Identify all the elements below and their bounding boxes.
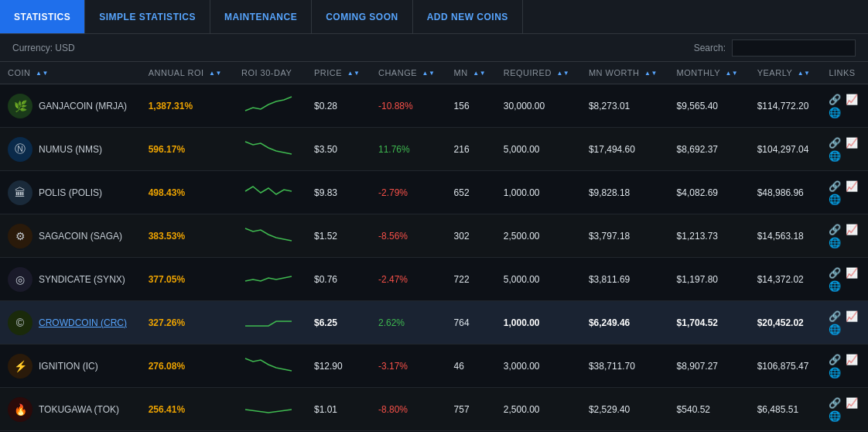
price-ganjacoin: $0.28 <box>306 84 371 128</box>
search-input[interactable] <box>732 39 856 57</box>
roi-30day-crowdcoin <box>234 301 306 345</box>
links-crowdcoin: 🔗 📈 🌐 <box>821 301 868 345</box>
link-icon-chain-sagacoin[interactable]: 🔗 <box>829 224 841 235</box>
links-ganjacoin: 🔗 📈 🌐 <box>821 84 868 128</box>
annual-roi-numus: 596.17% <box>141 128 234 171</box>
change-numus: 11.76% <box>371 128 446 171</box>
col-change[interactable]: CHANGE ▲▼ <box>371 62 446 84</box>
link-icon-chart-polis[interactable]: 📈 <box>846 180 858 192</box>
change-ganjacoin: -10.88% <box>371 84 446 128</box>
link-icon-chain-numus[interactable]: 🔗 <box>829 137 841 149</box>
table-header-row: COIN ▲▼ ANNUAL ROI ▲▼ ROI 30-DAY PRICE ▲… <box>0 62 868 84</box>
link-icon-web-sagacoin[interactable]: 🌐 <box>829 237 841 249</box>
coin-logo-syndicate: ◎ <box>8 267 32 292</box>
link-icon-web-tokugawa[interactable]: 🌐 <box>829 410 841 422</box>
link-icon-web-crowdcoin[interactable]: 🌐 <box>829 324 841 335</box>
coin-name-crowdcoin[interactable]: CROWDCOIN (CRC) <box>39 317 127 328</box>
coin-logo-polis: 🏛 <box>8 180 32 205</box>
table-wrapper: COIN ▲▼ ANNUAL ROI ▲▼ ROI 30-DAY PRICE ▲… <box>0 62 868 431</box>
col-coin[interactable]: COIN ▲▼ <box>0 62 141 84</box>
mn-tokugawa: 757 <box>446 388 496 431</box>
price-ignition: $12.90 <box>306 345 371 388</box>
change-crowdcoin: 2.62% <box>371 301 446 345</box>
tab-simple-statistics[interactable]: SIMPLE STATISTICS <box>85 0 210 33</box>
link-icon-chain-ganjacoin[interactable]: 🔗 <box>829 94 841 105</box>
mn-worth-tokugawa: $2,529.40 <box>581 388 669 431</box>
coin-name-ganjacoin: GANJACOIN (MRJA) <box>39 101 127 111</box>
links-ignition: 🔗 📈 🌐 <box>821 345 868 388</box>
tab-statistics[interactable]: STATISTICS <box>0 0 85 33</box>
col-annual-roi[interactable]: ANNUAL ROI ▲▼ <box>141 62 234 84</box>
monthly-sagacoin: $1,213.73 <box>669 214 750 258</box>
monthly-ganjacoin: $9,565.40 <box>669 84 750 128</box>
required-tokugawa: 2,500.00 <box>496 388 581 431</box>
col-roi-30day: ROI 30-DAY <box>234 62 306 84</box>
search-label: Search: <box>694 43 726 53</box>
change-sagacoin: -8.56% <box>371 214 446 258</box>
coin-logo-numus: Ⓝ <box>8 137 32 162</box>
required-ganjacoin: 30,000.00 <box>496 84 581 128</box>
yearly-crowdcoin: $20,452.02 <box>750 301 822 345</box>
links-polis: 🔗 📈 🌐 <box>821 171 868 214</box>
link-icon-chart-syndicate[interactable]: 📈 <box>846 267 858 279</box>
col-price[interactable]: PRICE ▲▼ <box>306 62 371 84</box>
col-required[interactable]: REQUIRED ▲▼ <box>496 62 581 84</box>
col-monthly[interactable]: MONTHLY ▲▼ <box>669 62 750 84</box>
link-icon-web-ganjacoin[interactable]: 🌐 <box>829 107 841 118</box>
coin-name-syndicate: SYNDICATE (SYNX) <box>39 274 125 285</box>
coin-name-sagacoin: SAGACOIN (SAGA) <box>39 231 122 242</box>
monthly-numus: $8,692.37 <box>669 128 750 171</box>
sparkline-chart <box>241 137 296 159</box>
required-syndicate: 5,000.00 <box>496 258 581 301</box>
sparkline-chart <box>241 224 296 245</box>
coin-cell-syndicate: ◎ SYNDICATE (SYNX) <box>0 258 141 301</box>
link-icon-chart-ganjacoin[interactable]: 📈 <box>846 94 858 105</box>
sparkline-chart <box>241 310 296 332</box>
yearly-numus: $104,297.04 <box>750 128 822 171</box>
col-mn-worth[interactable]: MN WORTH ▲▼ <box>581 62 669 84</box>
link-icon-chart-numus[interactable]: 📈 <box>846 137 858 149</box>
link-icon-web-numus[interactable]: 🌐 <box>829 150 841 162</box>
link-icon-web-polis[interactable]: 🌐 <box>829 194 841 205</box>
link-icon-chain-crowdcoin[interactable]: 🔗 <box>829 310 841 322</box>
roi-30day-syndicate <box>234 258 306 301</box>
mn-worth-sagacoin: $3,797.18 <box>581 214 669 258</box>
coin-logo-ganjacoin: 🌿 <box>8 94 32 118</box>
table-row: © CROWDCOIN (CRC) 327.26% $6.25 2.62% 76… <box>0 301 868 345</box>
coin-cell-sagacoin: ⚙ SAGACOIN (SAGA) <box>0 214 141 258</box>
col-yearly[interactable]: YEARLY ▲▼ <box>750 62 822 84</box>
link-icon-chart-sagacoin[interactable]: 📈 <box>846 224 858 235</box>
tab-maintenance[interactable]: MAINTENANCE <box>210 0 312 33</box>
coin-logo-ignition: ⚡ <box>8 354 32 379</box>
coin-cell-ganjacoin: 🌿 GANJACOIN (MRJA) <box>0 84 141 128</box>
link-icon-web-ignition[interactable]: 🌐 <box>829 367 841 379</box>
link-icon-chain-polis[interactable]: 🔗 <box>829 180 841 192</box>
coin-logo-crowdcoin: © <box>8 310 32 335</box>
tab-add-new-coins[interactable]: ADD NEW COINS <box>413 0 523 33</box>
table-row: ⚙ SAGACOIN (SAGA) 383.53% $1.52 -8.56% 3… <box>0 214 868 258</box>
link-icon-chain-tokugawa[interactable]: 🔗 <box>829 397 841 409</box>
toolbar: Currency: USD Search: <box>0 34 868 62</box>
required-numus: 5,000.00 <box>496 128 581 171</box>
monthly-crowdcoin: $1,704.52 <box>669 301 750 345</box>
roi-30day-numus <box>234 128 306 171</box>
link-icon-chart-tokugawa[interactable]: 📈 <box>846 397 858 409</box>
col-mn[interactable]: MN ▲▼ <box>446 62 496 84</box>
mn-worth-crowdcoin: $6,249.46 <box>581 301 669 345</box>
price-polis: $9.83 <box>306 171 371 214</box>
link-icon-chain-ignition[interactable]: 🔗 <box>829 354 841 365</box>
table-row: ⚡ IGNITION (IC) 276.08% $12.90 -3.17% 46… <box>0 345 868 388</box>
table-row: ◎ SYNDICATE (SYNX) 377.05% $0.76 -2.47% … <box>0 258 868 301</box>
table-row: Ⓝ NUMUS (NMS) 596.17% $3.50 11.76% 216 5… <box>0 128 868 171</box>
mn-numus: 216 <box>446 128 496 171</box>
mn-polis: 652 <box>446 171 496 214</box>
link-icon-web-syndicate[interactable]: 🌐 <box>829 280 841 292</box>
sparkline-chart <box>241 354 296 375</box>
monthly-syndicate: $1,197.80 <box>669 258 750 301</box>
link-icon-chart-ignition[interactable]: 📈 <box>846 354 858 365</box>
coin-logo-tokugawa: 🔥 <box>8 397 32 422</box>
tab-coming-soon[interactable]: COMING SOON <box>312 0 413 33</box>
link-icon-chain-syndicate[interactable]: 🔗 <box>829 267 841 279</box>
monthly-ignition: $8,907.27 <box>669 345 750 388</box>
link-icon-chart-crowdcoin[interactable]: 📈 <box>846 310 858 322</box>
